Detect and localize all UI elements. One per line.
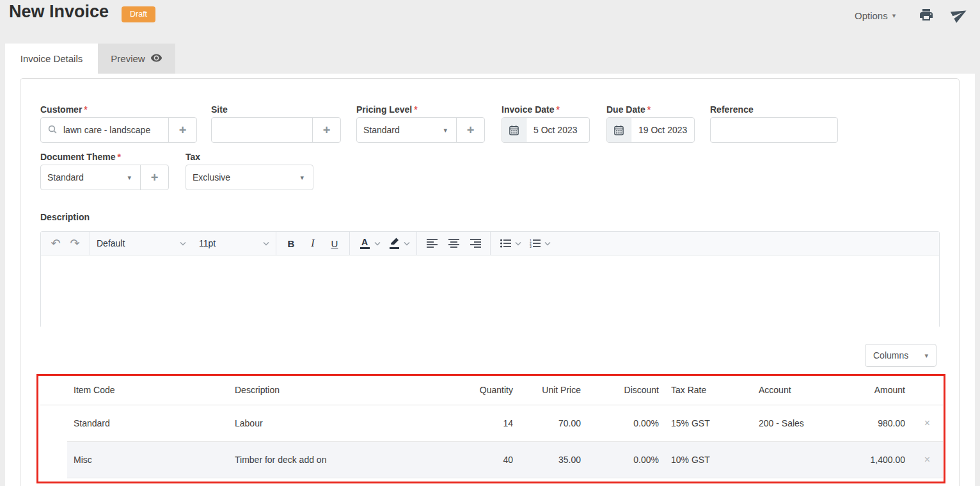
cell-amount[interactable]: 1,400.00 (848, 441, 912, 478)
calendar-icon (607, 118, 631, 142)
cell-quantity[interactable]: 40 (427, 441, 519, 478)
caret-down-icon: ▾ (892, 12, 896, 19)
pricing-level-value: Standard (363, 125, 400, 135)
chevron-down-icon[interactable] (544, 241, 551, 246)
reference-input[interactable] (717, 118, 831, 142)
text-color-swatch (360, 247, 370, 249)
font-family-value: Default (97, 238, 125, 248)
numbered-list-button[interactable]: 123 (526, 235, 543, 252)
tax-select[interactable]: Exclusive ▾ (186, 165, 313, 190)
cell-unit-price[interactable]: 70.00 (519, 405, 587, 441)
chevron-down-icon[interactable] (515, 241, 521, 246)
row-drag-handle[interactable] (40, 441, 67, 478)
site-field: + (211, 117, 341, 143)
tax-field: Exclusive ▾ (186, 165, 313, 190)
font-family-select[interactable]: Default (90, 232, 193, 255)
required-marker: * (84, 104, 87, 115)
document-theme-select[interactable]: Standard ▾ (41, 165, 140, 190)
send-icon[interactable] (951, 6, 968, 22)
description-label: Description (40, 212, 90, 222)
chevron-down-icon (180, 241, 186, 246)
invoice-date-value: 5 Oct 2023 (533, 125, 578, 135)
highlight-color-button[interactable] (386, 235, 402, 252)
font-size-select[interactable]: 11pt (193, 232, 276, 255)
align-center-button[interactable] (445, 235, 462, 252)
caret-down-icon: ▾ (127, 174, 134, 182)
pricing-level-label: Pricing Level* (356, 104, 418, 115)
invoice-date-field[interactable]: 5 Oct 2023 (502, 117, 590, 143)
document-theme-field: Standard ▾ + (40, 165, 169, 190)
cell-tax-rate[interactable]: 15% GST (665, 405, 752, 441)
cell-item-code[interactable]: Misc (67, 441, 228, 478)
italic-button[interactable]: I (304, 235, 321, 252)
tab-invoice-details[interactable]: Invoice Details (5, 44, 98, 74)
printer-icon[interactable] (919, 7, 934, 22)
cell-description[interactable]: Labour (228, 405, 427, 441)
cell-discount[interactable]: 0.00% (587, 441, 665, 478)
column-header-quantity: Quantity (427, 376, 519, 405)
tab-preview[interactable]: Preview (98, 44, 175, 74)
add-site-button[interactable]: + (312, 118, 340, 142)
bullet-list-button[interactable] (497, 235, 514, 252)
chevron-down-icon[interactable] (374, 241, 381, 246)
cell-amount[interactable]: 980.00 (848, 405, 912, 441)
cell-unit-price[interactable]: 35.00 (519, 441, 587, 478)
column-header-amount: Amount (848, 376, 912, 405)
column-header-description: Description (228, 376, 427, 405)
table-row[interactable]: Standard Labour 14 70.00 0.00% 15% GST 2… (40, 405, 943, 441)
document-theme-value: Standard (47, 172, 84, 182)
site-input[interactable] (218, 118, 306, 142)
description-textarea[interactable] (41, 255, 939, 328)
due-date-label: Due Date* (606, 104, 651, 115)
add-pricing-level-button[interactable]: + (456, 118, 484, 142)
cell-quantity[interactable]: 14 (427, 405, 519, 441)
remove-row-button[interactable]: × (912, 441, 943, 478)
caret-down-icon: ▾ (924, 352, 928, 359)
required-marker: * (647, 104, 651, 115)
cell-account[interactable]: 200 - Sales (752, 405, 848, 441)
plus-icon: + (467, 123, 475, 138)
redo-button[interactable]: ↷ (67, 235, 83, 252)
plus-icon: + (179, 123, 187, 138)
invoice-date-label: Invoice Date* (502, 104, 560, 115)
cell-account[interactable] (752, 441, 848, 478)
undo-button[interactable]: ↶ (47, 235, 64, 252)
add-document-theme-button[interactable]: + (140, 165, 168, 190)
cell-discount[interactable]: 0.00% (587, 405, 665, 441)
remove-row-button[interactable]: × (912, 405, 943, 441)
reference-label: Reference (710, 104, 754, 115)
required-marker: * (117, 152, 120, 162)
chevron-down-icon (263, 241, 269, 246)
bold-button[interactable]: B (283, 235, 299, 252)
add-customer-button[interactable]: + (168, 118, 196, 142)
close-icon: × (924, 417, 930, 428)
undo-icon: ↶ (51, 238, 60, 249)
highlighter-icon (390, 238, 399, 247)
plus-icon: + (151, 170, 159, 185)
align-right-button[interactable] (467, 235, 484, 252)
columns-button-label: Columns (873, 350, 908, 360)
cell-description[interactable]: Timber for deck add on (228, 441, 427, 478)
chevron-down-icon[interactable] (404, 241, 410, 246)
columns-button[interactable]: Columns ▾ (865, 344, 937, 367)
search-icon (47, 124, 58, 136)
tab-preview-label: Preview (111, 53, 145, 64)
row-drag-handle[interactable] (40, 405, 67, 441)
editor-toolbar: ↶ ↷ Default 11pt B I U A (41, 232, 939, 255)
reference-field (710, 117, 838, 143)
options-button[interactable]: Options ▾ (855, 10, 896, 21)
underline-button[interactable]: U (326, 235, 343, 252)
cell-tax-rate[interactable]: 10% GST (665, 441, 752, 478)
due-date-field[interactable]: 19 Oct 2023 (606, 117, 695, 143)
pricing-level-select[interactable]: Standard ▾ (357, 118, 456, 142)
tab-bar: Invoice Details Preview (5, 44, 175, 74)
close-icon: × (924, 454, 930, 465)
table-row[interactable]: Misc Timber for deck add on 40 35.00 0.0… (40, 441, 943, 478)
tax-label: Tax (186, 152, 200, 162)
line-items-table: Item Code Description Quantity Unit Pric… (40, 376, 943, 478)
align-left-button[interactable] (423, 235, 440, 252)
customer-input[interactable] (63, 118, 162, 142)
highlight-color-swatch (390, 247, 399, 249)
cell-item-code[interactable]: Standard (67, 405, 228, 441)
text-color-button[interactable]: A (356, 235, 373, 252)
